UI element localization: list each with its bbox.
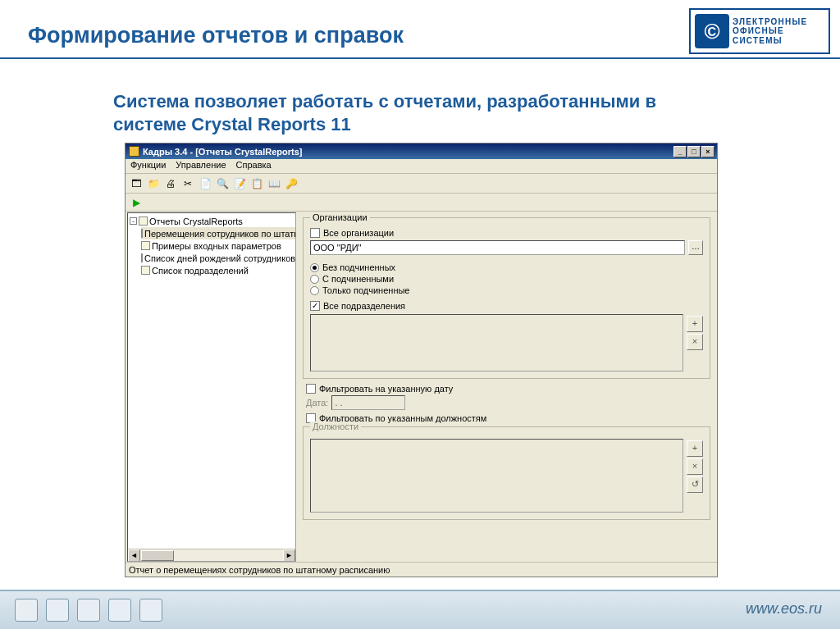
report-icon [141, 253, 143, 262]
window-title: Кадры 3.4 - [Отчеты CrystalReports] [143, 147, 303, 157]
tree-item-label: Примеры входных параметров [152, 241, 281, 251]
cut-icon[interactable]: ✂ [180, 176, 195, 191]
sheet-icon[interactable]: 📋 [249, 176, 264, 191]
tree-item[interactable]: Примеры входных параметров [141, 239, 295, 252]
menu-functions[interactable]: Функции [130, 160, 166, 172]
status-text: Отчет о перемещениях сотрудников по штат… [129, 565, 390, 575]
app-icon [129, 146, 139, 157]
form-pane: Организации Все организации ООО "РДИ" … … [298, 212, 715, 562]
all-orgs-checkbox[interactable] [310, 228, 320, 238]
add-dept-button[interactable]: + [687, 316, 703, 332]
remove-pos-button[interactable]: × [687, 458, 703, 475]
intro-text: Система позволяет работать с отчетами, р… [113, 90, 720, 135]
report-icon [141, 241, 150, 250]
report-icon [141, 266, 150, 275]
footer-icon [108, 599, 131, 622]
footer-icon [46, 599, 69, 622]
tree-item-label: Список дней рождений сотрудников с вы [144, 253, 296, 263]
radio-no-subord[interactable] [310, 263, 319, 272]
tree-item-label: Список подразделений [152, 266, 249, 276]
collapse-icon[interactable]: - [130, 217, 137, 225]
titlebar: Кадры 3.4 - [Отчеты CrystalReports] _ □ … [126, 144, 717, 159]
toolbar: 🗔 📁 🖨 ✂ 📄 🔍 📝 📋 📖 🔑 [126, 174, 717, 194]
menu-manage[interactable]: Управление [176, 160, 226, 172]
org-groupbox: Организации Все организации ООО "РДИ" … … [303, 217, 710, 379]
menubar: Функции Управление Справка [126, 159, 717, 174]
statusbar: Отчет о перемещениях сотрудников по штат… [126, 562, 717, 577]
tree-root-label: Отчеты CrystalReports [149, 217, 243, 226]
radio-label: Только подчиненные [322, 285, 410, 295]
run-icon[interactable]: ▶ [129, 195, 144, 210]
filter-date-checkbox[interactable] [306, 384, 316, 394]
tree-pane: - Отчеты CrystalReports Перемещения сотр… [127, 212, 296, 562]
pos-groupbox: Должности + × ↺ [303, 426, 710, 520]
pos-legend: Должности [310, 422, 361, 431]
brand-logo: © ЭЛЕКТРОННЫЕ ОФИСНЫЕ СИСТЕМЫ [689, 8, 830, 54]
folder-icon[interactable]: 📁 [146, 176, 161, 191]
org-browse-button[interactable]: … [688, 240, 703, 255]
slide-title: Формирование отчетов и справок [28, 23, 404, 48]
scroll-right-icon[interactable]: ► [283, 549, 295, 562]
org-legend: Организации [310, 212, 370, 222]
close-button[interactable]: × [701, 146, 714, 157]
date-label: Дата: [306, 398, 328, 408]
all-depts-label: Все подразделения [323, 301, 405, 311]
card-icon[interactable]: 🗔 [129, 176, 144, 191]
footer-icon [139, 599, 162, 622]
tree-item[interactable]: Перемещения сотрудников по штатному [141, 227, 295, 239]
org-input[interactable]: ООО "РДИ" [310, 240, 685, 255]
tree-item[interactable]: Список дней рождений сотрудников с вы [141, 252, 295, 264]
radio-label: С подчиненными [322, 274, 394, 284]
footer-bar [0, 590, 840, 629]
clear-pos-button[interactable]: ↺ [687, 476, 703, 493]
report-icon [141, 229, 143, 238]
title-divider [0, 57, 840, 59]
all-depts-checkbox[interactable]: ✓ [310, 301, 320, 311]
filter-date-label: Фильтровать на указанную дату [319, 384, 453, 394]
minimize-button[interactable]: _ [673, 146, 687, 157]
footer-icon [15, 599, 38, 622]
add-pos-button[interactable]: + [687, 440, 703, 457]
maximize-button[interactable]: □ [687, 146, 701, 157]
footer-icon [77, 599, 100, 622]
positions-listbox[interactable] [310, 439, 683, 513]
scroll-left-icon[interactable]: ◄ [128, 549, 140, 562]
tree-item-label: Перемещения сотрудников по штатному [144, 229, 296, 239]
footer-url: www.eos.ru [746, 600, 822, 618]
folder-icon [139, 217, 148, 226]
key-icon[interactable]: 🔑 [284, 176, 299, 191]
toolbar-secondary: ▶ [126, 194, 717, 212]
radio-with-subord[interactable] [310, 275, 319, 284]
depts-listbox[interactable] [310, 314, 683, 371]
all-orgs-label: Все организации [323, 228, 394, 238]
print-icon[interactable]: 🖨 [163, 176, 178, 191]
logo-text: ЭЛЕКТРОННЫЕ ОФИСНЫЕ СИСТЕМЫ [733, 17, 807, 46]
radio-label: Без подчиненных [322, 262, 395, 272]
remove-dept-button[interactable]: × [687, 334, 703, 350]
tree-hscroll[interactable]: ◄ ► [128, 549, 295, 561]
date-input[interactable] [331, 395, 405, 410]
tree-root[interactable]: - Отчеты CrystalReports [130, 215, 295, 227]
tree-item[interactable]: Список подразделений [141, 264, 295, 276]
book-icon[interactable]: 📖 [267, 176, 281, 191]
copy-icon[interactable]: 📄 [198, 176, 212, 191]
app-window: Кадры 3.4 - [Отчеты CrystalReports] _ □ … [125, 143, 718, 577]
radio-only-subord[interactable] [310, 286, 319, 295]
menu-help[interactable]: Справка [236, 160, 272, 172]
doc-icon[interactable]: 📝 [232, 176, 247, 191]
logo-icon: © [695, 14, 729, 48]
search-icon[interactable]: 🔍 [215, 176, 230, 191]
